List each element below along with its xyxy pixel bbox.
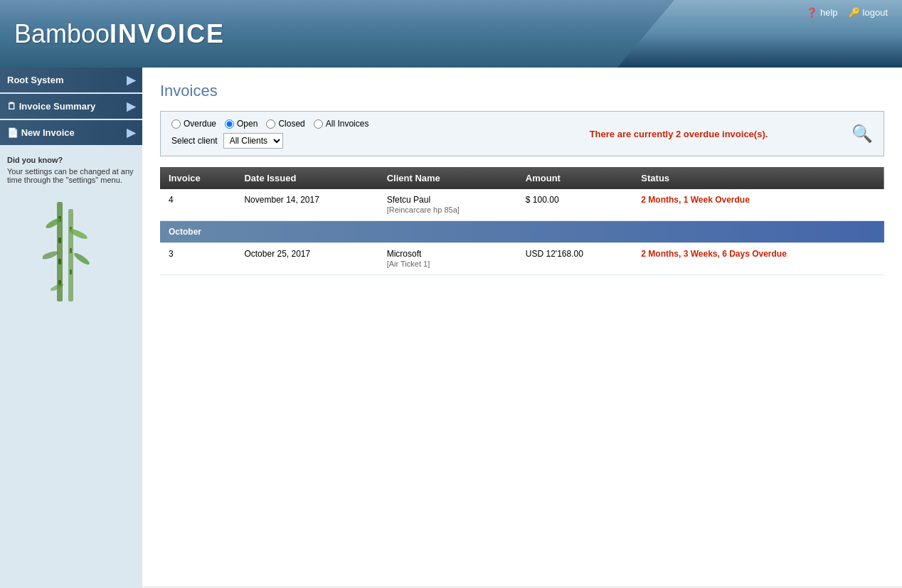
invoice-summary-icon: 🗒 bbox=[7, 101, 19, 112]
svg-rect-7 bbox=[70, 248, 72, 253]
open-label: Open bbox=[237, 119, 258, 129]
chevron-right-icon-3: ▶ bbox=[127, 126, 135, 139]
main-content: Invoices Overdue Open Closed All I bbox=[142, 68, 902, 587]
sidebar-item-invoice-summary-label: 🗒 Invoice Summary bbox=[7, 101, 95, 112]
cell-status: 2 Months, 1 Week Overdue bbox=[632, 189, 884, 221]
closed-label: Closed bbox=[278, 119, 304, 129]
client-select[interactable]: All Clients bbox=[223, 133, 283, 149]
logo-invoice: INVOICE bbox=[110, 19, 225, 48]
svg-point-12 bbox=[73, 251, 91, 266]
header: BambooINVOICE ❓ help 🔑 logout bbox=[0, 0, 902, 68]
search-icon[interactable]: 🔍 bbox=[851, 124, 873, 144]
sidebar-item-root-system[interactable]: Root System ▶ bbox=[0, 68, 142, 92]
overdue-status-message: There are currently 2 overdue invoice(s)… bbox=[511, 129, 846, 139]
filter-radios: Overdue Open Closed All Invoices bbox=[171, 119, 506, 129]
all-label: All Invoices bbox=[326, 119, 369, 129]
cell-client: Sfetcu Paul[Reincarcare hp 85a] bbox=[378, 189, 517, 221]
sidebar-item-invoice-summary[interactable]: 🗒 Invoice Summary ▶ bbox=[0, 94, 142, 119]
cell-invoice: 3 bbox=[160, 243, 235, 275]
logout-icon: 🔑 bbox=[849, 7, 860, 18]
bamboo-decoration bbox=[0, 195, 142, 309]
col-status: Status bbox=[632, 167, 884, 189]
new-invoice-icon: 📄 bbox=[7, 127, 21, 138]
table-body: 4November 14, 2017Sfetcu Paul[Reincarcar… bbox=[160, 189, 884, 275]
chevron-right-icon: ▶ bbox=[127, 73, 135, 87]
filter-overdue[interactable]: Overdue bbox=[171, 119, 216, 129]
filter-open[interactable]: Open bbox=[225, 119, 258, 129]
filter-closed[interactable]: Closed bbox=[266, 119, 304, 129]
cell-status: 2 Months, 3 Weeks, 6 Days Overdue bbox=[632, 243, 884, 275]
filter-bar: Overdue Open Closed All Invoices Select … bbox=[160, 111, 884, 156]
sidebar-item-new-invoice-label: 📄 New Invoice bbox=[7, 127, 75, 138]
logo: BambooINVOICE bbox=[14, 19, 225, 49]
select-client-label: Select client bbox=[171, 136, 218, 146]
col-client: Client Name bbox=[378, 167, 517, 189]
logout-link[interactable]: 🔑 logout bbox=[849, 7, 888, 18]
cell-invoice: 4 bbox=[160, 189, 235, 221]
logo-text: BambooINVOICE bbox=[14, 19, 225, 49]
col-invoice: Invoice bbox=[160, 167, 235, 189]
group-label: October bbox=[160, 221, 884, 243]
help-label: help bbox=[820, 7, 838, 18]
sidebar: Root System ▶ 🗒 Invoice Summary ▶ 📄 New … bbox=[0, 68, 142, 587]
cell-date: November 14, 2017 bbox=[235, 189, 378, 221]
cell-client: Microsoft[Air Ticket 1] bbox=[378, 243, 517, 275]
sidebar-item-root-system-label: Root System bbox=[7, 75, 63, 85]
radio-open[interactable] bbox=[225, 119, 234, 129]
overdue-label: Overdue bbox=[184, 119, 216, 129]
chevron-right-icon-2: ▶ bbox=[127, 100, 135, 113]
logout-label: logout bbox=[863, 7, 888, 18]
page-title: Invoices bbox=[160, 82, 884, 100]
radio-closed[interactable] bbox=[266, 119, 275, 129]
did-you-know-box: Did you know? Your settings can be chang… bbox=[7, 156, 135, 184]
cell-amount: $ 100.00 bbox=[517, 189, 633, 221]
radio-all[interactable] bbox=[314, 119, 323, 129]
cell-amount: USD 12'168.00 bbox=[517, 243, 633, 275]
svg-rect-8 bbox=[70, 269, 72, 274]
table-row[interactable]: 3October 25, 2017Microsoft[Air Ticket 1]… bbox=[160, 243, 884, 275]
filter-bar-inner: Overdue Open Closed All Invoices Select … bbox=[171, 119, 506, 149]
did-you-know-title: Did you know? bbox=[7, 156, 135, 164]
filter-client-row: Select client All Clients bbox=[171, 133, 506, 149]
svg-rect-5 bbox=[68, 209, 73, 301]
col-date: Date Issued bbox=[235, 167, 378, 189]
col-amount: Amount bbox=[517, 167, 633, 189]
table-header: Invoice Date Issued Client Name Amount S… bbox=[160, 167, 884, 189]
table-group-header: October bbox=[160, 221, 884, 243]
cell-date: October 25, 2017 bbox=[235, 243, 378, 275]
table-row[interactable]: 4November 14, 2017Sfetcu Paul[Reincarcar… bbox=[160, 189, 884, 221]
filter-all[interactable]: All Invoices bbox=[314, 119, 369, 129]
logo-bamboo: Bamboo bbox=[14, 19, 110, 48]
did-you-know-text: Your settings can be changed at any time… bbox=[7, 167, 135, 184]
invoice-table: Invoice Date Issued Client Name Amount S… bbox=[160, 167, 884, 275]
svg-point-11 bbox=[43, 250, 59, 261]
help-icon: ❓ bbox=[806, 7, 817, 18]
header-nav: ❓ help 🔑 logout bbox=[806, 7, 888, 18]
help-link[interactable]: ❓ help bbox=[806, 7, 838, 18]
svg-rect-3 bbox=[58, 259, 61, 264]
svg-rect-2 bbox=[58, 237, 61, 243]
radio-overdue[interactable] bbox=[171, 119, 181, 129]
sidebar-item-new-invoice[interactable]: 📄 New Invoice ▶ bbox=[0, 120, 142, 145]
